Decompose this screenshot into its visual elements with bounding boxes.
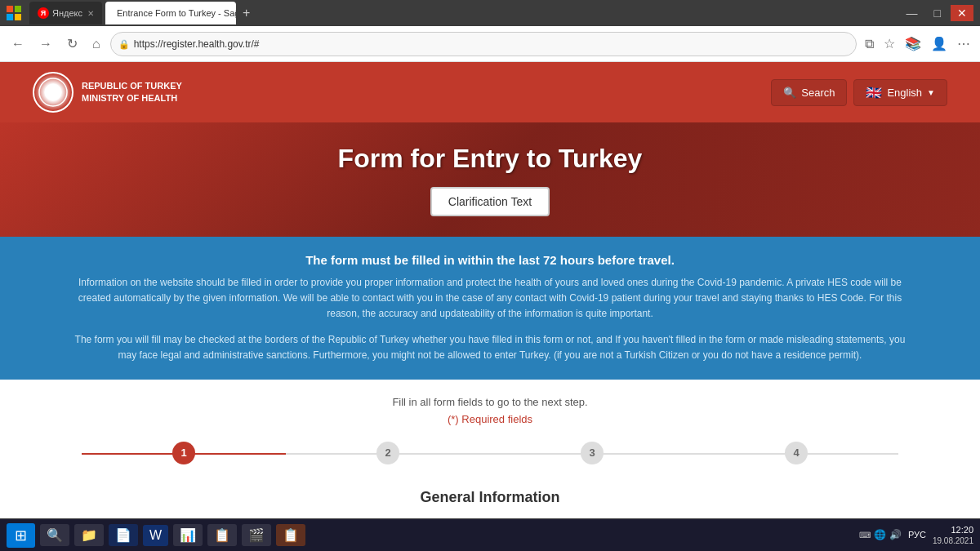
taskbar-excel[interactable]: 📊 (173, 524, 203, 546)
chevron-down-icon: ▼ (927, 88, 935, 97)
system-tray: ⌨ 🌐 🔊 (859, 529, 902, 540)
tab-yandex[interactable]: Я Яндекс ✕ (29, 2, 102, 24)
refresh-button[interactable]: ↻ (62, 33, 82, 55)
clarification-text-button[interactable]: Clarification Text (430, 187, 550, 216)
menu-button[interactable]: ⋯ (954, 33, 973, 55)
svg-rect-1 (15, 6, 21, 12)
form-hint: Fill in all form fields to go to the nex… (82, 396, 898, 408)
step-4[interactable]: 4 (694, 442, 898, 464)
taskbar-file-explorer[interactable]: 📁 (74, 524, 104, 546)
title-bar: Я Яндекс ✕ Entrance Form to Turkey - Sağ… (0, 0, 980, 26)
info-alert: The form must be filled in within the la… (65, 253, 915, 267)
speaker-icon: 🔊 (889, 529, 902, 540)
step-circle-4: 4 (785, 442, 808, 464)
close-button[interactable]: ✕ (951, 5, 973, 21)
tab-turkey-form[interactable]: Entrance Form to Turkey - Sağlık... ✕ (105, 2, 236, 24)
svg-rect-0 (7, 6, 13, 12)
step-3[interactable]: 3 (490, 442, 694, 464)
info-paragraph-2: The form you will fill may be checked at… (65, 332, 915, 363)
flag-icon: 🇬🇧 (866, 85, 882, 100)
favorites-button[interactable]: ☆ (880, 33, 898, 55)
search-button[interactable]: 🔍 Search (771, 79, 847, 106)
taskbar-search[interactable]: 🔍 (40, 524, 69, 546)
site-header: REPUBLIC OF TURKEY MINISTRY OF HEALTH 🔍 … (0, 62, 980, 122)
info-section: The form must be filled in within the la… (0, 237, 980, 380)
taskbar: ⊞ 🔍 📁 📄 W 📊 📋 🎬 📋 ⌨ 🌐 🔊 РУС 12:20 19.08.… (0, 518, 980, 551)
account-button[interactable]: 👤 (928, 33, 951, 55)
required-hint: (*) Required fields (82, 413, 898, 425)
page-title: Form for Entry to Turkey (338, 144, 643, 174)
taskbar-app2[interactable]: 📋 (276, 524, 305, 546)
general-info-title: General Information (82, 489, 898, 506)
language-indicator: РУС (908, 530, 926, 540)
new-tab-button[interactable]: + (243, 6, 250, 20)
step-circle-1: 1 (172, 442, 195, 464)
step-circle-2: 2 (376, 442, 399, 464)
logo-emblem (33, 72, 74, 113)
svg-rect-3 (15, 14, 21, 20)
taskbar-app[interactable]: 🎬 (242, 524, 271, 546)
forward-button[interactable]: → (34, 33, 57, 55)
address-bar[interactable] (110, 32, 857, 56)
clock: 12:20 19.08.2021 (933, 524, 973, 546)
home-button[interactable]: ⌂ (87, 33, 105, 55)
browser-toolbar: ← → ↻ ⌂ 🔒 ⧉ ☆ 📚 👤 ⋯ (0, 26, 980, 62)
collections-button[interactable]: 📚 (902, 33, 924, 55)
svg-rect-2 (7, 14, 13, 20)
keyboard-icon: ⌨ (859, 531, 871, 540)
maximize-button[interactable]: □ (928, 5, 947, 21)
step-1[interactable]: 1 (82, 442, 286, 464)
form-section: Fill in all form fields to go to the nex… (0, 380, 980, 518)
step-2[interactable]: 2 (286, 442, 490, 464)
back-button[interactable]: ← (7, 33, 29, 55)
language-button[interactable]: 🇬🇧 English ▼ (853, 79, 947, 106)
hero-banner: Form for Entry to Turkey Clarification T… (0, 122, 980, 237)
header-actions: 🔍 Search 🇬🇧 English ▼ (771, 79, 947, 106)
page-content: REPUBLIC OF TURKEY MINISTRY OF HEALTH 🔍 … (0, 62, 980, 518)
extensions-button[interactable]: ⧉ (862, 33, 877, 55)
hero-content: Form for Entry to Turkey Clarification T… (322, 127, 659, 233)
taskbar-powerpoint[interactable]: 📋 (207, 524, 237, 546)
start-button[interactable]: ⊞ (7, 523, 35, 548)
taskbar-right: ⌨ 🌐 🔊 РУС 12:20 19.08.2021 (859, 524, 973, 546)
info-paragraph-1: Information on the website should be fil… (65, 275, 915, 322)
search-icon: 🔍 (783, 87, 796, 99)
taskbar-word2[interactable]: W (143, 525, 168, 546)
tab-close-yandex[interactable]: ✕ (87, 9, 94, 18)
logo-area: REPUBLIC OF TURKEY MINISTRY OF HEALTH (33, 72, 182, 113)
step-circle-3: 3 (581, 442, 604, 464)
steps-container: 1 2 3 4 (82, 442, 898, 464)
logo-text: REPUBLIC OF TURKEY MINISTRY OF HEALTH (82, 80, 182, 105)
minimize-button[interactable]: — (900, 5, 924, 21)
taskbar-word[interactable]: 📄 (109, 524, 138, 546)
network-icon: 🌐 (874, 529, 886, 540)
